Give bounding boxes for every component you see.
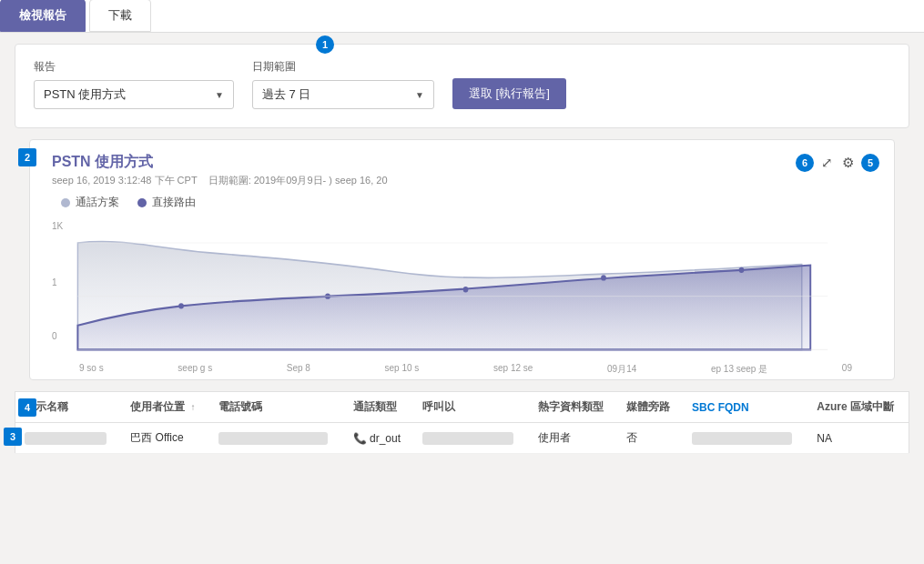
- chart-legend: 通話方案 直接路由: [61, 195, 879, 210]
- report-panel: PSTN 使用方式 seep 16, 2019 3:12:48 下午 CPT 日…: [29, 139, 895, 380]
- cell-sbc-fqdn: [683, 423, 807, 454]
- blurred-called: [422, 432, 513, 445]
- legend-dot-calling-plan: [61, 198, 70, 207]
- col-phone-number: 電話號碼: [209, 392, 344, 423]
- date-select-value: 過去 7 日: [262, 86, 310, 103]
- x-label-5: 09月14: [607, 363, 636, 376]
- cell-display-name: [15, 423, 122, 454]
- x-label-6: ep 13 seep 是: [711, 363, 767, 376]
- x-label-7: 09: [842, 363, 852, 376]
- filter-row: 報告 PSTN 使用方式 ▼ 日期範圍 過去 7 日 ▼ 選取 [執行報告]: [34, 59, 890, 109]
- table-header-row: 顯示名稱 使用者位置 ↑ 電話號碼 通話類型 呼叫以 熱字資料類型 媒體旁路 S…: [15, 392, 909, 423]
- cell-phone: [209, 423, 344, 454]
- y-label-0: 0: [52, 331, 57, 341]
- legend-item-direct-routing: 直接路由: [137, 195, 196, 210]
- cell-media-bypass: 否: [617, 423, 683, 454]
- report-label: 報告: [34, 59, 234, 75]
- table-row: 巴西 Office dr_out 使用者 否: [15, 423, 909, 454]
- cell-media-type: 使用者: [529, 423, 617, 454]
- y-label-1k: 1K: [52, 221, 63, 231]
- col-media-type: 熱字資料類型: [529, 392, 617, 423]
- cell-user-location: 巴西 Office: [121, 423, 209, 454]
- col-user-location[interactable]: 使用者位置 ↑: [121, 392, 209, 423]
- svg-point-4: [739, 267, 745, 273]
- report-badge-2: 2: [18, 148, 36, 166]
- data-table: 顯示名稱 使用者位置 ↑ 電話號碼 通話類型 呼叫以 熱字資料類型 媒體旁路 S…: [15, 391, 909, 454]
- x-label-2: Sep 8: [287, 363, 310, 376]
- report-header: PSTN 使用方式 seep 16, 2019 3:12:48 下午 CPT 日…: [52, 153, 879, 187]
- svg-point-2: [463, 287, 469, 292]
- run-report-button[interactable]: 選取 [執行報告]: [452, 78, 566, 109]
- x-label-1: seep g s: [178, 363, 212, 376]
- filter-panel: 1 報告 PSTN 使用方式 ▼ 日期範圍 過去 7 日 ▼ 選取 [執行報告]: [15, 44, 909, 128]
- x-label-3: sep 10 s: [385, 363, 420, 376]
- svg-point-3: [601, 275, 606, 280]
- tab-bar: 檢視報告 下載: [0, 0, 924, 33]
- chart-x-labels: 9 so s seep g s Sep 8 sep 10 s sep 12 se…: [52, 363, 879, 379]
- phone-icon: [353, 432, 367, 445]
- report-title: PSTN 使用方式: [52, 153, 388, 172]
- tab-download[interactable]: 下載: [89, 0, 151, 32]
- report-badge-5: 5: [861, 154, 879, 172]
- svg-point-0: [178, 303, 184, 308]
- col-azure-region: Azure 區域中斷: [807, 392, 909, 423]
- legend-label-direct-routing: 直接路由: [152, 195, 196, 210]
- blurred-sbc: [692, 432, 792, 445]
- report-meta: seep 16, 2019 3:12:48 下午 CPT 日期範圍: 2019年…: [52, 174, 388, 187]
- legend-item-calling-plan: 通話方案: [61, 195, 119, 210]
- chart-badge-3: 3: [4, 428, 22, 446]
- tab-view[interactable]: 檢視報告: [0, 0, 86, 32]
- chart-area: 1K 1 0: [52, 214, 879, 359]
- date-select[interactable]: 過去 7 日 ▼: [252, 80, 434, 109]
- x-label-0: 9 so s: [79, 363, 104, 376]
- col-media-bypass: 媒體旁路: [617, 392, 683, 423]
- col-sbc-fqdn: SBC FQDN: [683, 392, 807, 423]
- chevron-down-icon-2: ▼: [415, 90, 424, 100]
- blurred-phone: [218, 432, 328, 445]
- filter-badge: 1: [316, 35, 334, 54]
- legend-dot-direct-routing: [137, 198, 147, 207]
- chevron-down-icon: ▼: [215, 90, 224, 100]
- report-select[interactable]: PSTN 使用方式 ▼: [34, 80, 234, 109]
- cell-azure-region: NA: [807, 423, 909, 454]
- chart-svg: [52, 214, 879, 359]
- report-select-value: PSTN 使用方式: [44, 86, 126, 103]
- report-filter-group: 報告 PSTN 使用方式 ▼: [34, 59, 234, 109]
- report-actions: 6 ⤢ ⚙ 5: [796, 153, 879, 173]
- legend-label-calling-plan: 通話方案: [76, 195, 119, 210]
- x-label-4: sep 12 se: [493, 363, 533, 376]
- date-label: 日期範圍: [252, 59, 434, 75]
- cell-called-as: [413, 423, 529, 454]
- report-badge-6: 6: [796, 154, 814, 172]
- report-title-section: PSTN 使用方式 seep 16, 2019 3:12:48 下午 CPT 日…: [52, 153, 388, 187]
- col-call-type: 通話類型: [344, 392, 413, 423]
- gear-icon[interactable]: ⚙: [840, 153, 856, 173]
- blurred-name: [25, 432, 107, 445]
- sort-icon: ↑: [191, 402, 196, 412]
- y-label-1: 1: [52, 277, 57, 287]
- col-called-as: 呼叫以: [413, 392, 529, 423]
- expand-icon[interactable]: ⤢: [819, 153, 835, 173]
- cell-call-type: dr_out: [344, 423, 413, 454]
- date-filter-group: 日期範圍 過去 7 日 ▼: [252, 59, 434, 109]
- table-badge-4: 4: [18, 398, 36, 417]
